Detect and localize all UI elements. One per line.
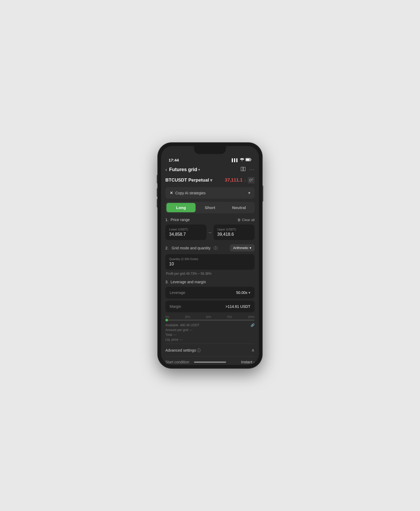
more-options-icon[interactable]: ··· <box>250 167 255 172</box>
margin-label: Margin <box>170 304 181 309</box>
ticker-row: BTCUSDT Perpetual ▾ 37,111.1 ↓ 0⁰ <box>165 176 255 187</box>
book-icon[interactable] <box>240 167 246 173</box>
leverage-value: 50.00x <box>236 290 247 295</box>
liq-price-row: Liq. price — <box>165 338 255 341</box>
leverage-label: Leverage <box>170 290 185 295</box>
grid-mode-info-icon: i <box>214 246 217 250</box>
leverage-dropdown-icon: ▾ <box>248 290 250 295</box>
amount-per-grid-label: Amount per grid <box>165 328 188 332</box>
copy-ai-left: ✕ Copy AI strategies <box>170 190 206 195</box>
quantity-label: Quantity (2-300 Grids) <box>169 257 251 261</box>
price-range-title: 1. Price range <box>165 218 190 222</box>
leverage-value-group: 50.00x ▾ <box>236 290 250 295</box>
start-condition-row[interactable]: Start condition Instant › <box>165 356 255 365</box>
header-title-group: ‹ Futures grid ▾ <box>165 167 200 172</box>
margin-value: >114.61 USDT <box>225 304 250 309</box>
amount-per-grid-value: — <box>189 328 192 332</box>
upper-price-value: 39,418.6 <box>217 232 251 237</box>
lower-price-input[interactable]: Lower (USDT) 34,858.7 <box>165 225 207 240</box>
progress-dot <box>165 319 168 321</box>
profit-range-text: Profit per grid 49.73% ~ 56.38% <box>165 272 255 276</box>
tab-short[interactable]: Short <box>196 203 225 212</box>
quantity-input-box[interactable]: Quantity (2-300 Grids) 10 <box>165 254 255 270</box>
page-header: ‹ Futures grid ▾ ··· <box>165 164 255 176</box>
copy-ai-row[interactable]: ✕ Copy AI strategies ▾ <box>165 187 255 199</box>
ticker-price: 37,111.1 <box>225 178 242 183</box>
price-direction-icon: ↓ <box>244 178 246 182</box>
upper-price-input[interactable]: Upper (USDT) 39,418.6 <box>213 225 255 240</box>
start-condition-label: Start condition <box>165 360 189 364</box>
arithmetic-label: Arithmetic <box>233 246 248 250</box>
quantity-value: 10 <box>169 262 251 266</box>
battery-icon <box>246 158 251 162</box>
tab-neutral[interactable]: Neutral <box>224 203 254 212</box>
page-title: Futures grid <box>169 167 197 172</box>
total-label: Total <box>165 333 172 337</box>
start-condition-value-group: Instant › <box>241 360 255 364</box>
amount-per-grid-row: Amount per grid — <box>165 328 255 332</box>
leverage-section-title: 3. Leverage and margin <box>165 280 255 284</box>
available-value: 480.36 USDT <box>180 323 199 327</box>
progress-labels: 0% 25% 50% 75% 100% <box>165 316 255 319</box>
margin-input[interactable]: Margin >114.61 USDT <box>165 301 255 312</box>
price-range-header: 1. Price range 🗑 Clear all <box>165 218 255 222</box>
margin-progress-container[interactable]: 0% 25% 50% 75% 100% <box>165 316 255 321</box>
grid-mode-title: 2. Grid mode and quantity i <box>165 246 217 250</box>
grid-mode-header: 2. Grid mode and quantity i Arithmetic ▾ <box>165 244 255 251</box>
total-row: Total — <box>165 333 255 337</box>
position-icon[interactable]: 0⁰ <box>248 177 255 183</box>
tab-long[interactable]: Long <box>166 203 196 212</box>
price-divider: – <box>209 230 211 235</box>
arithmetic-arrow: ▾ <box>250 246 251 250</box>
link-icon[interactable]: 🔗 <box>251 323 255 327</box>
back-button[interactable]: ‹ <box>165 167 167 172</box>
header-actions: ··· <box>240 167 255 173</box>
start-condition-arrow: › <box>253 360 255 364</box>
copy-ai-chevron: ▾ <box>248 190 250 195</box>
liq-price-label: Liq. price <box>165 338 178 341</box>
status-time: 17:44 <box>169 158 179 162</box>
progress-bar[interactable] <box>165 320 255 321</box>
available-label: Available <box>165 323 178 327</box>
svg-rect-1 <box>251 159 251 160</box>
status-icons: ▌▌▌ <box>232 158 251 162</box>
liq-price-value: — <box>180 338 183 341</box>
upper-price-label: Upper (USDT) <box>217 228 251 231</box>
arithmetic-dropdown[interactable]: Arithmetic ▾ <box>230 244 255 251</box>
ticker-dropdown-icon: ▾ <box>210 178 212 183</box>
total-value: — <box>173 333 176 337</box>
main-content: ‹ Futures grid ▾ ··· BTCUSDT Perpetual <box>161 164 259 365</box>
wifi-icon <box>240 158 244 162</box>
lower-price-value: 34,858.7 <box>169 232 203 237</box>
ticker-price-group: 37,111.1 ↓ 0⁰ <box>225 177 255 183</box>
status-bar: 17:44 ▌▌▌ <box>161 154 259 164</box>
price-inputs: Lower (USDT) 34,858.7 – Upper (USDT) 39,… <box>165 225 255 240</box>
advanced-info-icon: i <box>197 348 201 352</box>
copy-ai-label: Copy AI strategies <box>175 191 206 195</box>
svg-rect-2 <box>246 159 250 161</box>
start-condition-value: Instant <box>241 360 252 364</box>
stats-section: Available 480.36 USDT 🔗 Amount per grid … <box>165 323 255 341</box>
available-row: Available 480.36 USDT 🔗 <box>165 323 255 327</box>
title-dropdown-icon[interactable]: ▾ <box>198 168 200 172</box>
advanced-chevron-icon: ∧ <box>251 348 255 353</box>
tabs-container: Long Short Neutral <box>165 202 255 213</box>
leverage-selector[interactable]: Leverage 50.00x ▾ <box>165 287 255 298</box>
advanced-settings-header[interactable]: Advanced settings i ∧ <box>165 348 255 353</box>
lower-price-label: Lower (USDT) <box>169 228 203 231</box>
home-indicator <box>194 361 226 363</box>
ticker-name[interactable]: BTCUSDT Perpetual ▾ <box>165 178 212 183</box>
advanced-settings-title: Advanced settings i <box>165 348 201 352</box>
trash-icon: 🗑 <box>237 218 241 222</box>
clear-all-button[interactable]: 🗑 Clear all <box>237 218 255 222</box>
signal-icon: ▌▌▌ <box>232 158 239 162</box>
copy-ai-icon: ✕ <box>170 190 173 195</box>
